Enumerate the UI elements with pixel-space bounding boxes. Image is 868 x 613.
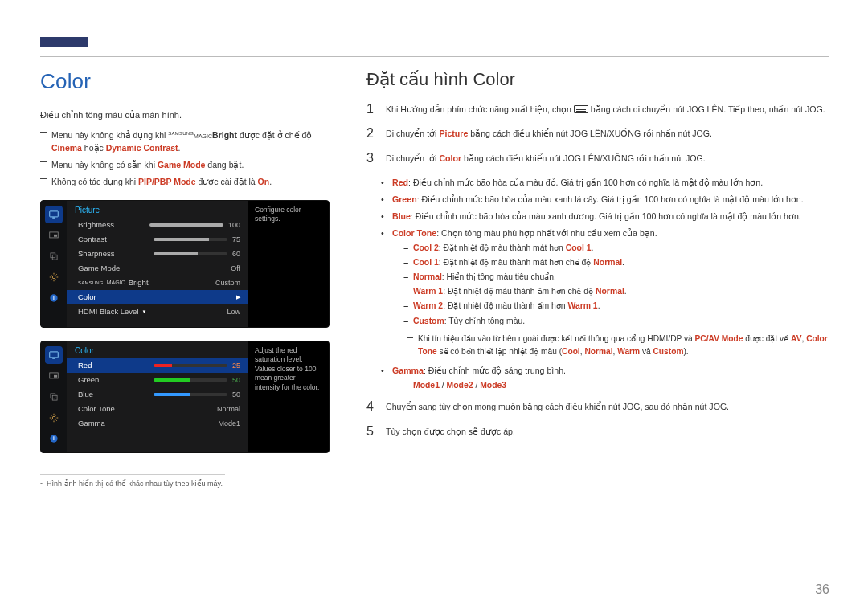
osd2-blue-value: 50 xyxy=(232,390,240,398)
tone-warm1: Warm 1: Đặt nhiệt độ màu thành ấm hơn ch… xyxy=(405,285,829,298)
custom-k: Custom xyxy=(413,317,444,325)
step-2: 2 Di chuyển tới Picture bằng cách điều k… xyxy=(366,127,829,140)
note-1: Menu này không khả dụng khi SAMSUNGMAGIC… xyxy=(40,129,338,156)
osd2-row-blue[interactable]: Blue 50 xyxy=(67,387,248,402)
tone-sub: Cool 2: Đặt nhiệt độ màu thành mát hơn C… xyxy=(392,242,829,328)
osd1-color-label: Color xyxy=(78,292,96,301)
lnote-d: sẽ có bốn thiết lập nhiệt độ màu ( xyxy=(437,347,562,356)
gamma-v: : Điều chỉnh mức độ sáng trung bình. xyxy=(424,366,566,375)
monitor-icon[interactable] xyxy=(45,346,63,364)
step5-body: Tùy chọn được chọn sẽ được áp. xyxy=(386,425,829,438)
osd2-row-red[interactable]: Red 25 xyxy=(67,358,248,373)
osd1-contrast-label: Contrast xyxy=(78,235,107,243)
osd1-row-hdmi[interactable]: HDMI Black Level▼ Low xyxy=(67,304,248,319)
osd1-row-brightness[interactable]: Brightness 100 xyxy=(67,218,248,232)
lnote-k2: AV xyxy=(791,334,801,343)
note3-on: On xyxy=(258,177,270,186)
warm2-t: Warm 1 xyxy=(568,301,598,310)
note1-mid: được đặt ở chế độ xyxy=(237,130,312,140)
note3-end: . xyxy=(269,177,272,186)
magic-label: Bright xyxy=(129,278,149,287)
header-accent xyxy=(40,37,88,47)
step3-a: Di chuyển tới xyxy=(386,153,439,163)
cool2-t: Cool 1 xyxy=(566,243,592,252)
osd1-magic-value: Custom xyxy=(215,279,240,287)
osd2-sidebar: i xyxy=(41,341,67,452)
svg-rect-14 xyxy=(52,395,57,400)
magic-prefix: MAGIC xyxy=(194,133,212,139)
gear-icon[interactable] xyxy=(45,268,63,286)
lnote-e: ). xyxy=(683,347,688,356)
note1-pre: Menu này không khả dụng khi xyxy=(51,130,168,140)
osd1-row-sharpness[interactable]: Sharpness 60 xyxy=(67,247,248,261)
lnote-k1: PC/AV Mode xyxy=(695,334,743,343)
note3-pre: Không có tác dụng khi xyxy=(51,177,138,186)
bullet-tone-k: Color Tone xyxy=(392,228,436,238)
step-4: 4 Chuyển sang tùy chọn mong muốn bằng cá… xyxy=(366,400,829,413)
bullet-green-k: Green xyxy=(392,194,417,204)
custom-v: : Tùy chỉnh tông màu. xyxy=(444,317,525,325)
overlay-icon[interactable] xyxy=(45,388,63,406)
warm1-k: Warm 1 xyxy=(413,287,443,296)
pip-icon[interactable] xyxy=(45,227,63,244)
tone-warm2: Warm 2: Đặt nhiệt độ màu thành ấm hơn Wa… xyxy=(405,300,829,313)
svg-text:i: i xyxy=(53,435,55,441)
overlay-icon[interactable] xyxy=(45,247,63,265)
osd2-row-gamma[interactable]: Gamma Mode1 xyxy=(67,416,248,431)
osd2-red-value: 25 xyxy=(232,362,240,370)
gamma-sep2: / xyxy=(473,381,481,390)
warm1-t: Normal xyxy=(596,287,624,296)
info-icon[interactable]: i xyxy=(45,430,63,447)
step2-num: 2 xyxy=(366,127,378,140)
gamma-modes: Mode1 / Mode2 / Mode3 xyxy=(405,379,829,392)
osd1-row-magicbright[interactable]: SAMSUNGMAGICBright Custom xyxy=(67,276,248,290)
magic-prefix2: MAGIC xyxy=(107,280,125,285)
osd1-brightness-value: 100 xyxy=(228,221,240,229)
bullet-red-v: : Điều chỉnh mức bão hòa của màu đỏ. Giá… xyxy=(408,178,763,187)
osd1-sharpness-value: 60 xyxy=(232,250,240,258)
bullet-tone-v: : Chọn tông màu phù hợp nhất với nhu cầu… xyxy=(436,228,657,238)
lnote-cool: Cool xyxy=(562,347,580,356)
svg-rect-10 xyxy=(52,358,55,358)
osd2-gamma-label: Gamma xyxy=(78,419,105,427)
svg-rect-9 xyxy=(50,352,59,358)
osd2-row-colortone[interactable]: Color Tone Normal xyxy=(67,402,248,416)
lnote-norm: Normal xyxy=(584,347,612,356)
osd1-row-contrast[interactable]: Contrast 75 xyxy=(67,232,248,247)
pip-icon[interactable] xyxy=(45,367,63,385)
osd1-row-color[interactable]: Color ▶ xyxy=(67,290,248,304)
osd-picture: i Picture Brightness 100 Contrast 75 xyxy=(40,200,330,328)
info-icon[interactable]: i xyxy=(45,289,63,307)
footnote-text: Hình ảnh hiển thị có thể khác nhau tùy t… xyxy=(40,480,225,488)
note3-mid: được cài đặt là xyxy=(196,177,258,186)
tone-normal: Normal: Hiển thị tông màu tiêu chuẩn. xyxy=(405,271,829,284)
color-bullets: Red: Điều chỉnh mức bão hòa của màu đỏ. … xyxy=(370,176,829,392)
chevron-down-icon: ▼ xyxy=(142,309,147,314)
osd1-contrast-value: 75 xyxy=(232,235,240,243)
note1-magic: Bright xyxy=(212,130,237,140)
gear-icon[interactable] xyxy=(45,409,63,427)
osd1-title: Picture xyxy=(67,206,248,218)
right-column: Đặt cấu hình Color 1 Khi Hướng dẫn phím … xyxy=(366,69,829,488)
lnote-warm: Warm xyxy=(617,347,640,356)
note2-end: đang bật. xyxy=(205,160,244,170)
bullet-colortone: Color Tone: Chọn tông màu phù hợp nhất v… xyxy=(384,227,829,358)
tone-long-note: Khi tín hiệu đầu vào từ bên ngoài được k… xyxy=(407,333,829,358)
intro-text: Điều chỉnh tông màu của màn hình. xyxy=(40,108,338,122)
norm-k: Normal xyxy=(413,272,442,281)
osd2-row-green[interactable]: Green 50 xyxy=(67,373,248,387)
step3-color: Color xyxy=(439,153,461,163)
step2-a: Di chuyển tới xyxy=(386,129,439,138)
tone-cool1: Cool 1: Đặt nhiệt độ màu thành mát hơn c… xyxy=(405,256,829,269)
note1-dc: Dynamic Contrast xyxy=(106,143,178,153)
svg-rect-3 xyxy=(54,235,57,237)
svg-rect-1 xyxy=(52,217,55,218)
monitor-icon[interactable] xyxy=(45,206,63,223)
header-rule xyxy=(40,56,829,57)
osd1-row-gamemode[interactable]: Game Mode Off xyxy=(67,261,248,276)
gamma-k: Gamma xyxy=(392,366,424,375)
step-5: 5 Tùy chọn được chọn sẽ được áp. xyxy=(366,425,829,438)
step5-num: 5 xyxy=(366,425,378,438)
note2-game: Game Mode xyxy=(158,160,206,170)
step3-b: bằng cách điều khiển nút JOG LÊN/XUỐNG r… xyxy=(461,153,706,163)
